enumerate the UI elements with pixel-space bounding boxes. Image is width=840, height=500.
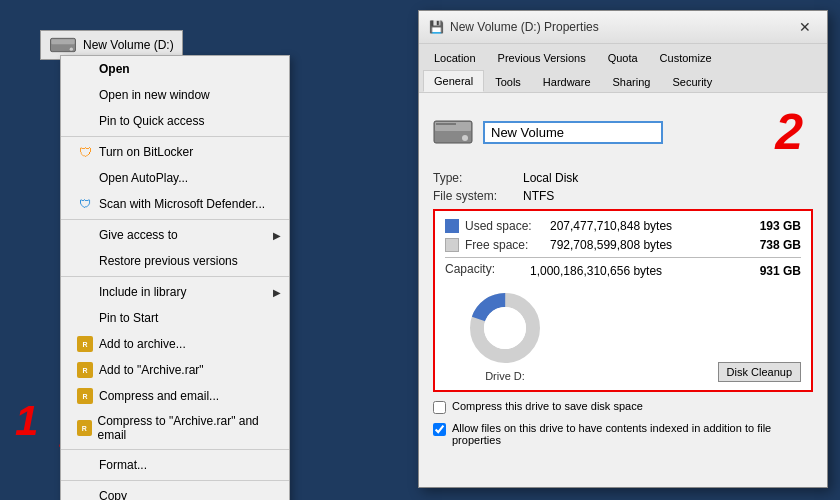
menu-icon-give-access xyxy=(77,227,93,243)
menu-item-compress-email[interactable]: R Compress and email... xyxy=(61,383,289,409)
tab-security[interactable]: Security xyxy=(661,71,723,92)
capacity-row: Capacity: 1,000,186,310,656 bytes 931 GB xyxy=(445,262,801,284)
tab-hardware[interactable]: Hardware xyxy=(532,71,602,92)
rar-icon-3: R xyxy=(77,388,93,404)
menu-label-add-archive: Add to archive... xyxy=(99,337,186,351)
menu-item-bitlocker[interactable]: 🛡 Turn on BitLocker xyxy=(61,139,289,165)
tab-general[interactable]: General xyxy=(423,70,484,92)
disk-cleanup-button[interactable]: Disk Cleanup xyxy=(718,362,801,382)
tab-rows-container: Location Previous Versions Quota Customi… xyxy=(419,44,827,93)
used-gb: 193 GB xyxy=(751,219,801,233)
menu-item-include-library[interactable]: Include in library ▶ xyxy=(61,279,289,305)
tab-sharing[interactable]: Sharing xyxy=(602,71,662,92)
type-row: Type: Local Disk xyxy=(433,171,813,185)
menu-item-add-archive-rar[interactable]: R Add to "Archive.rar" xyxy=(61,357,289,383)
donut-chart xyxy=(465,288,545,368)
menu-item-pin-quick[interactable]: Pin to Quick access xyxy=(61,108,289,134)
menu-item-open-new-window[interactable]: Open in new window xyxy=(61,82,289,108)
checkbox2-row: Allow files on this drive to have conten… xyxy=(433,422,813,446)
tab-row-bottom: General Tools Hardware Sharing Security xyxy=(419,68,827,92)
separator-3 xyxy=(61,276,289,277)
separator-5 xyxy=(61,480,289,481)
free-space-row: Free space: 792,708,599,808 bytes 738 GB xyxy=(445,238,801,252)
separator-2 xyxy=(61,219,289,220)
type-value: Local Disk xyxy=(523,171,578,185)
menu-icon-open xyxy=(77,61,93,77)
svg-rect-6 xyxy=(436,123,456,125)
menu-label-format: Format... xyxy=(99,458,147,472)
used-label: Used space: xyxy=(465,219,540,233)
separator-1 xyxy=(61,136,289,137)
menu-item-pin-start[interactable]: Pin to Start xyxy=(61,305,289,331)
menu-icon-pin-quick xyxy=(77,113,93,129)
menu-icon-format xyxy=(77,457,93,473)
menu-item-autoplay[interactable]: Open AutoPlay... xyxy=(61,165,289,191)
compress-drive-label: Compress this drive to save disk space xyxy=(452,400,643,412)
menu-label-include-library: Include in library xyxy=(99,285,186,299)
menu-icon-include-library xyxy=(77,284,93,300)
rar-icon-2: R xyxy=(77,362,93,378)
menu-label-give-access: Give access to xyxy=(99,228,178,242)
type-label: Type: xyxy=(433,171,523,185)
submenu-arrow-give-access: ▶ xyxy=(273,230,281,241)
filesystem-row: File system: NTFS xyxy=(433,189,813,203)
drive-name-input[interactable] xyxy=(483,121,663,144)
menu-item-give-access[interactable]: Give access to ▶ xyxy=(61,222,289,248)
menu-item-defender[interactable]: 🛡 Scan with Microsoft Defender... xyxy=(61,191,289,217)
shield-icon: 🛡 xyxy=(77,144,93,160)
used-space-row: Used space: 207,477,710,848 bytes 193 GB xyxy=(445,219,801,233)
index-contents-checkbox[interactable] xyxy=(433,423,446,436)
menu-item-open[interactable]: Open xyxy=(61,56,289,82)
drive-name-row: 2 xyxy=(433,103,813,161)
index-contents-label: Allow files on this drive to have conten… xyxy=(452,422,813,446)
window-title: New Volume (D:) Properties xyxy=(450,20,599,34)
rar-icon-4: R xyxy=(77,420,92,436)
drive-big-icon xyxy=(433,116,473,148)
menu-label-pin-quick: Pin to Quick access xyxy=(99,114,204,128)
menu-label-compress-email: Compress and email... xyxy=(99,389,219,403)
donut-cleanup-row: Drive D: Disk Cleanup xyxy=(445,288,801,382)
close-button[interactable]: ✕ xyxy=(793,17,817,37)
capacity-label: Capacity: xyxy=(445,262,520,276)
menu-icon-copy xyxy=(77,488,93,500)
svg-point-5 xyxy=(462,135,468,141)
tab-previous-versions[interactable]: Previous Versions xyxy=(487,47,597,68)
filesystem-label: File system: xyxy=(433,189,523,203)
annotation-label-1: 1 xyxy=(15,397,38,445)
submenu-arrow-include-library: ▶ xyxy=(273,287,281,298)
free-gb: 738 GB xyxy=(751,238,801,252)
tab-customize[interactable]: Customize xyxy=(649,47,723,68)
tab-tools[interactable]: Tools xyxy=(484,71,532,92)
stats-box: Used space: 207,477,710,848 bytes 193 GB… xyxy=(433,209,813,392)
menu-icon-restore-prev xyxy=(77,253,93,269)
svg-point-9 xyxy=(484,307,526,349)
menu-label-add-archive-rar: Add to "Archive.rar" xyxy=(99,363,204,377)
svg-point-2 xyxy=(70,48,73,51)
compress-drive-checkbox[interactable] xyxy=(433,401,446,414)
menu-item-compress-archive-email[interactable]: R Compress to "Archive.rar" and email xyxy=(61,409,289,447)
donut-area: Drive D: xyxy=(465,288,545,382)
drive-d-label: Drive D: xyxy=(485,370,525,382)
menu-item-add-archive[interactable]: R Add to archive... xyxy=(61,331,289,357)
menu-item-copy[interactable]: Copy xyxy=(61,483,289,500)
title-bar-left: 💾 New Volume (D:) Properties xyxy=(429,20,599,34)
menu-label-copy: Copy xyxy=(99,489,127,500)
menu-item-restore-prev[interactable]: Restore previous versions xyxy=(61,248,289,274)
rar-icon-1: R xyxy=(77,336,93,352)
left-panel: New Volume (D:) Open Open in new window … xyxy=(0,0,420,500)
tab-quota[interactable]: Quota xyxy=(597,47,649,68)
menu-icon-open-new-window xyxy=(77,87,93,103)
defender-icon: 🛡 xyxy=(77,196,93,212)
menu-label-open: Open xyxy=(99,62,130,76)
title-bar-drive-icon: 💾 xyxy=(429,20,444,34)
tab-location[interactable]: Location xyxy=(423,47,487,68)
menu-item-format[interactable]: Format... xyxy=(61,452,289,478)
checkbox1-row: Compress this drive to save disk space xyxy=(433,400,813,414)
menu-label-pin-start: Pin to Start xyxy=(99,311,158,325)
free-label: Free space: xyxy=(465,238,540,252)
filesystem-value: NTFS xyxy=(523,189,554,203)
annotation-label-2: 2 xyxy=(775,103,803,161)
title-bar: 💾 New Volume (D:) Properties ✕ xyxy=(419,11,827,44)
free-bytes: 792,708,599,808 bytes xyxy=(540,238,751,252)
menu-icon-pin-start xyxy=(77,310,93,326)
